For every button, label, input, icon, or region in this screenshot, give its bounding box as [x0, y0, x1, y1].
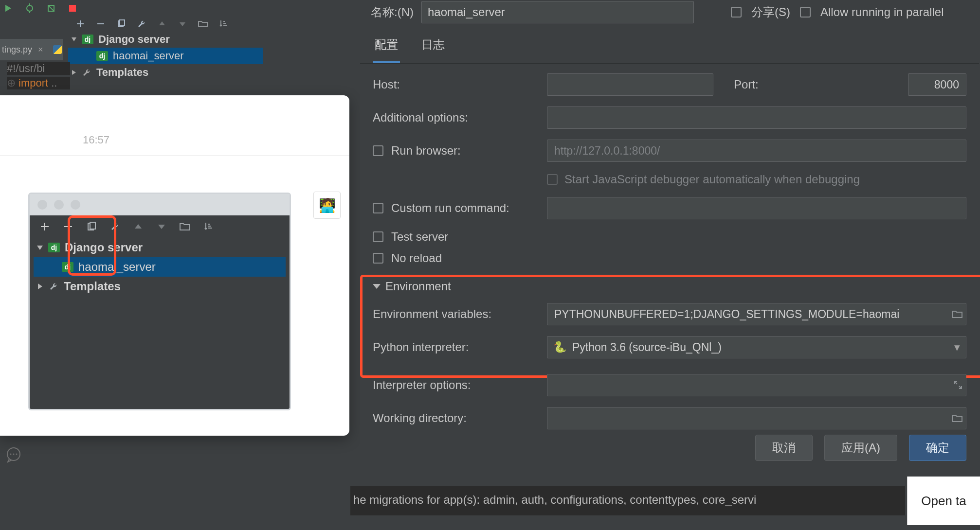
run-icon[interactable]: [3, 3, 14, 14]
port-label: Port:: [734, 78, 899, 91]
tree-config-haomai[interactable]: dj haomai_server: [68, 48, 263, 64]
stop-icon[interactable]: [67, 3, 78, 14]
custom-cmd-field[interactable]: [547, 197, 966, 219]
django-icon: dj: [96, 51, 108, 61]
editor-tab-name: tings.py: [2, 45, 32, 55]
name-field[interactable]: [421, 1, 694, 23]
copy-icon[interactable]: [116, 18, 127, 29]
chevron-down-icon: [373, 284, 381, 289]
down-icon[interactable]: [155, 220, 168, 233]
no-reload-label: No reload: [391, 251, 442, 265]
run-browser-field[interactable]: [547, 140, 966, 162]
start-debugger-row: Start JavaScript debugger automatically …: [547, 173, 966, 186]
interp-opts-field[interactable]: [547, 374, 966, 396]
interpreter-label: Python interpreter:: [373, 340, 538, 354]
svg-marker-8: [72, 37, 76, 41]
sort-icon[interactable]: [202, 220, 215, 233]
config-form: Host: Port: Additional options: Run brow…: [360, 64, 979, 439]
apply-button[interactable]: 应用(A): [824, 435, 897, 461]
add-icon[interactable]: [75, 18, 86, 29]
remove-icon[interactable]: [95, 18, 106, 29]
expand-icon[interactable]: [954, 381, 962, 389]
svg-point-17: [10, 454, 12, 455]
mini-tree-group-templates[interactable]: Templates: [34, 277, 286, 296]
django-icon: dj: [62, 262, 73, 272]
debug-icon[interactable]: [24, 3, 35, 14]
run-browser-checkbox[interactable]: [373, 145, 383, 156]
host-field[interactable]: [547, 73, 713, 96]
allow-parallel-checkbox[interactable]: [800, 7, 811, 18]
run-config-dialog: 名称:(N) 分享(S) Allow running in parallel 配…: [360, 0, 979, 471]
browse-icon[interactable]: [952, 414, 962, 423]
addl-options-field[interactable]: [547, 106, 966, 129]
svg-rect-5: [120, 20, 125, 26]
copy-icon[interactable]: [85, 220, 98, 233]
remove-icon[interactable]: [62, 220, 74, 233]
django-icon: dj: [82, 35, 93, 44]
traffic-light-close[interactable]: [37, 200, 47, 210]
avatar[interactable]: 🧑‍💻: [313, 192, 341, 219]
down-icon[interactable]: [177, 18, 188, 29]
start-debugger-label: Start JavaScript debugger automatically …: [564, 173, 860, 186]
tab-config[interactable]: 配置: [373, 32, 400, 63]
overlay-header: 16:57: [0, 95, 349, 156]
test-server-label: Test server: [391, 230, 448, 244]
chat-overlay: 16:57 🧑‍💻 dj Django server d: [0, 95, 349, 436]
mini-window-traffic-lights: [30, 194, 290, 215]
tree-group-templates[interactable]: Templates: [68, 64, 263, 81]
ok-button[interactable]: 确定: [909, 435, 966, 461]
custom-cmd-checkbox[interactable]: [373, 203, 383, 213]
cancel-button[interactable]: 取消: [755, 435, 813, 461]
no-reload-checkbox[interactable]: [373, 253, 383, 264]
traffic-light-min[interactable]: [54, 200, 64, 210]
interpreter-value: Python 3.6 (source-iBu_QNl_): [572, 341, 722, 354]
svg-marker-14: [37, 246, 43, 250]
run-config-tree: dj Django server dj haomai_server Templa…: [68, 17, 263, 94]
mini-tree-config-haomai[interactable]: dj haomai_server: [34, 257, 286, 277]
mini-tree-label: Templates: [64, 280, 121, 293]
mini-tree: dj Django server dj haomai_server Templa…: [30, 238, 290, 296]
console-output: he migrations for app(s): admin, auth, c…: [350, 486, 905, 515]
sort-icon[interactable]: [218, 18, 229, 29]
svg-marker-6: [159, 21, 165, 25]
wrench-icon[interactable]: [109, 220, 121, 233]
svg-marker-7: [180, 22, 185, 26]
close-icon[interactable]: ×: [35, 44, 46, 56]
start-debugger-checkbox[interactable]: [547, 174, 558, 185]
editor-tab[interactable]: tings.py ×: [0, 39, 63, 60]
editor-line1: #!/usr/bi: [7, 62, 70, 75]
up-icon[interactable]: [132, 220, 145, 233]
chevron-down-icon: ▾: [954, 341, 960, 354]
python-file-icon: [53, 45, 62, 54]
env-vars-field[interactable]: [547, 303, 966, 325]
env-vars-label: Environment variables:: [373, 307, 538, 321]
interp-opts-label: Interpreter options:: [373, 378, 538, 392]
traffic-light-max[interactable]: [71, 200, 80, 210]
folder-open-icon[interactable]: [198, 18, 208, 29]
svg-point-18: [13, 454, 15, 455]
browse-icon[interactable]: [952, 310, 962, 318]
chat-icon[interactable]: [5, 446, 22, 464]
tree-group-django[interactable]: dj Django server: [68, 31, 263, 48]
workdir-field[interactable]: [547, 407, 966, 429]
dialog-buttons: 取消 应用(A) 确定: [755, 435, 966, 461]
svg-marker-12: [135, 224, 142, 229]
up-icon[interactable]: [157, 18, 167, 29]
share-checkbox[interactable]: [731, 7, 742, 18]
test-server-checkbox[interactable]: [373, 231, 383, 242]
svg-point-1: [27, 5, 33, 11]
django-icon: dj: [48, 243, 60, 252]
mini-tree-group-django[interactable]: dj Django server: [34, 238, 286, 257]
wrench-icon[interactable]: [136, 18, 147, 29]
attach-icon[interactable]: [46, 3, 56, 14]
tab-logs[interactable]: 日志: [419, 32, 447, 63]
folder-open-icon[interactable]: [179, 220, 191, 233]
port-field[interactable]: [908, 73, 966, 96]
env-section-header[interactable]: Environment: [373, 276, 966, 297]
wrench-icon: [82, 68, 91, 77]
svg-point-19: [16, 454, 18, 455]
add-icon[interactable]: [38, 220, 51, 233]
interpreter-select[interactable]: 🐍 Python 3.6 (source-iBu_QNl_) ▾: [547, 336, 966, 358]
tree-group-label: Templates: [96, 66, 148, 79]
open-tab-button[interactable]: Open ta: [907, 477, 980, 525]
